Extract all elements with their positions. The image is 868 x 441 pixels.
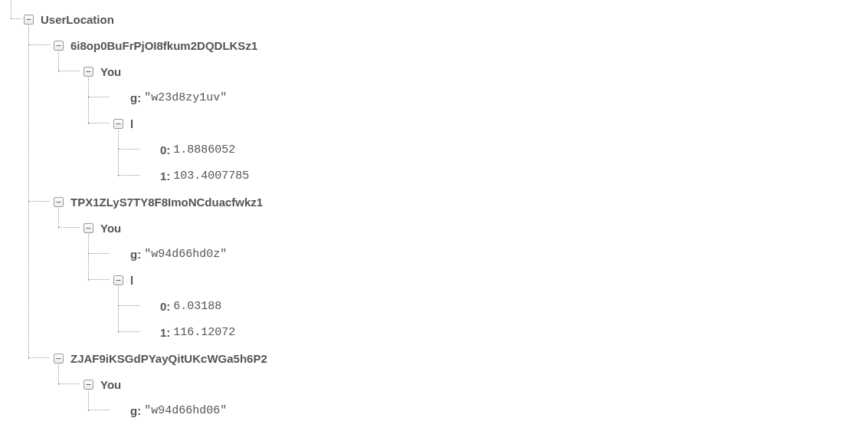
tree-node-label[interactable]: You [100,222,121,235]
tree-row: g "w94d66hd0z" [113,241,868,267]
tree-row: −l [113,110,868,137]
tree-node-label[interactable]: 6i8op0BuFrPjOI8fkum2DQDLKSz1 [70,39,257,52]
tree-row: −ZJAF9iKSGdPYayQitUKcWGa5h6P2 [53,345,868,371]
tree-row: g "w23d8zy1uv" [113,84,868,110]
tree-node-label[interactable]: ZJAF9iKSGdPYayQitUKcWGa5h6P2 [70,352,267,365]
tree-node-label[interactable]: You [100,378,121,391]
collapse-toggle[interactable]: − [23,14,34,25]
tree-leaf-key: 0 [160,143,170,156]
collapse-toggle[interactable]: − [83,66,94,77]
tree-row: −6i8op0BuFrPjOI8fkum2DQDLKSz1 [53,32,868,58]
collapse-toggle[interactable]: − [53,353,64,364]
collapse-toggle[interactable]: − [113,275,124,286]
minus-icon: − [54,197,64,207]
tree-leaf-key: g [130,404,141,417]
minus-icon: − [24,15,34,25]
minus-icon: − [84,380,93,390]
tree-leaf-value: 1.8886052 [173,143,235,156]
collapse-toggle[interactable]: − [53,40,64,51]
tree-leaf-key: g [130,248,141,261]
tree-node-label[interactable]: UserLocation [41,13,114,26]
minus-icon: − [84,223,93,233]
tree-row: 0 1.8886052 [142,137,868,163]
tree-node-label[interactable]: l [130,274,133,287]
tree-leaf-value: "w94d66hd0z" [144,248,227,261]
tree-row: −TPX1ZLyS7TY8F8ImoNCduacfwkz1 [53,189,868,215]
tree-row: 0 6.03188 [142,293,868,319]
minus-icon: − [54,354,64,364]
tree-row: −You [83,371,868,397]
collapse-toggle[interactable]: − [83,222,94,234]
tree-leaf-key: 1 [160,326,170,339]
collapse-toggle[interactable]: − [83,379,94,390]
tree-node-label[interactable]: TPX1ZLyS7TY8F8ImoNCduacfwkz1 [70,196,263,209]
tree-row: 1 116.12072 [142,319,868,345]
tree-row: 1 103.4007785 [142,163,868,189]
minus-icon: − [84,67,93,77]
tree-leaf-value: "w94d66hd06" [144,404,227,417]
tree-row: −You [83,215,868,241]
tree-leaf-value: "w23d8zy1uv" [144,91,227,104]
tree-leaf-value: 6.03188 [173,300,221,313]
tree-leaf-value: 116.12072 [173,326,235,339]
collapse-toggle[interactable]: − [113,118,124,130]
minus-icon: − [54,41,64,51]
tree-row: −You [83,58,868,84]
tree-leaf-key: 0 [160,300,170,313]
tree-node-label[interactable]: You [100,65,121,78]
collapse-toggle[interactable]: − [53,196,64,208]
tree-node-label[interactable]: l [130,117,133,130]
tree-leaf-key: g [130,91,141,104]
tree-leaf-key: 1 [160,169,170,183]
tree-leaf-value: 103.4007785 [173,169,249,183]
tree-row: −l [113,267,868,293]
minus-icon: − [113,119,123,129]
minus-icon: − [113,275,123,285]
tree-row: −UserLocation [23,6,868,32]
tree-row: g "w94d66hd06" [113,397,868,423]
